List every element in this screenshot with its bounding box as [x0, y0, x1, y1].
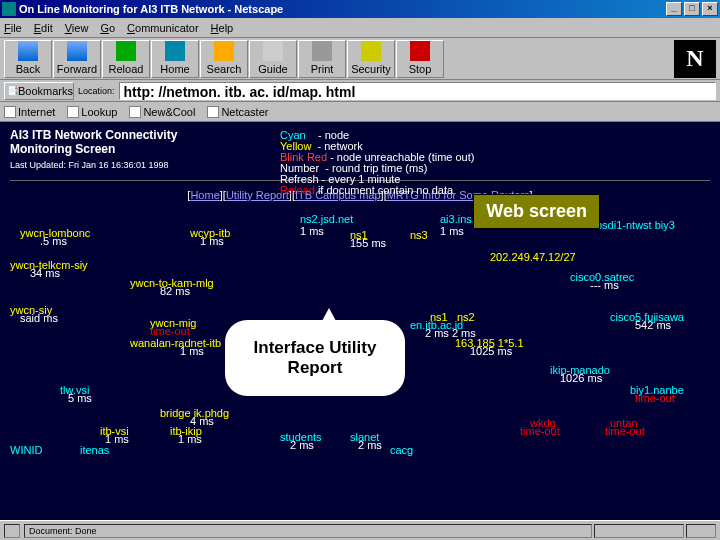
- tab-icon: [4, 106, 16, 118]
- toolbar: Back Forward Reload Home Search Guide Pr…: [0, 38, 720, 80]
- titlebar[interactable]: On Line Monitoring for AI3 ITB Network -…: [0, 0, 720, 18]
- tab-netcaster[interactable]: Netcaster: [207, 106, 268, 118]
- app-icon: [2, 2, 16, 16]
- stop-icon: [410, 41, 430, 61]
- stop-button[interactable]: Stop: [396, 40, 444, 78]
- menu-edit[interactable]: Edit: [34, 22, 53, 34]
- menu-view[interactable]: View: [65, 22, 89, 34]
- menu-communicator[interactable]: Communicator: [127, 22, 199, 34]
- tab-newcool[interactable]: New&Cool: [129, 106, 195, 118]
- forward-button[interactable]: Forward: [53, 40, 101, 78]
- status-progress: [594, 524, 684, 538]
- menu-go[interactable]: Go: [100, 22, 115, 34]
- minimize-button[interactable]: _: [666, 2, 682, 16]
- home-button[interactable]: Home: [151, 40, 199, 78]
- back-icon: [18, 41, 38, 61]
- tab-icon: [207, 106, 219, 118]
- status-security: [686, 524, 716, 538]
- location-bar: 📑 Bookmarks Location: http: //netmon. it…: [0, 80, 720, 102]
- security-button[interactable]: Security: [347, 40, 395, 78]
- tab-internet[interactable]: Internet: [4, 106, 55, 118]
- print-button[interactable]: Print: [298, 40, 346, 78]
- maximize-button[interactable]: □: [684, 2, 700, 16]
- guide-button[interactable]: Guide: [249, 40, 297, 78]
- back-button[interactable]: Back: [4, 40, 52, 78]
- personal-toolbar: Internet Lookup New&Cool Netcaster: [0, 102, 720, 122]
- search-icon: [214, 41, 234, 61]
- tab-lookup[interactable]: Lookup: [67, 106, 117, 118]
- reload-button[interactable]: Reload: [102, 40, 150, 78]
- location-label: Location:: [78, 86, 115, 96]
- menubar: File Edit View Go Communicator Help: [0, 18, 720, 38]
- bookmarks-button[interactable]: 📑 Bookmarks: [4, 82, 74, 100]
- forward-icon: [67, 41, 87, 61]
- menu-file[interactable]: File: [4, 22, 22, 34]
- tab-icon: [67, 106, 79, 118]
- home-icon: [165, 41, 185, 61]
- lock-icon: [361, 41, 381, 61]
- guide-icon: [263, 41, 283, 61]
- menu-help[interactable]: Help: [211, 22, 234, 34]
- status-icon: [4, 524, 20, 538]
- print-icon: [312, 41, 332, 61]
- reload-icon: [116, 41, 136, 61]
- callout-interface-utility-report: Interface Utility Report: [225, 320, 405, 396]
- netscape-logo-icon: N: [674, 40, 716, 78]
- window-title: On Line Monitoring for AI3 ITB Network -…: [19, 3, 283, 15]
- statusbar: Document: Done: [0, 520, 720, 540]
- legend: Cyan - node Yellow - network Blink Red -…: [280, 130, 474, 196]
- close-button[interactable]: ×: [702, 2, 718, 16]
- url-input[interactable]: http: //netmon. itb. ac. id/map. html: [119, 82, 716, 100]
- link-home[interactable]: Home: [190, 189, 219, 201]
- status-text: Document: Done: [24, 524, 592, 538]
- tab-icon: [129, 106, 141, 118]
- search-button[interactable]: Search: [200, 40, 248, 78]
- page-content: AI3 ITB Network Connectivity Monitoring …: [0, 122, 720, 500]
- callout-web-screen: Web screen: [473, 194, 600, 229]
